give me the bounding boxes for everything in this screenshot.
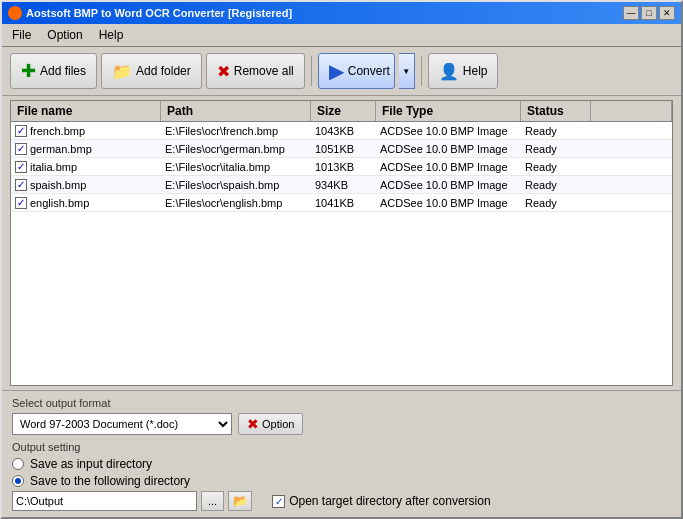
row-checkbox-0[interactable]: ✓ [15,125,27,137]
file-list-header: File name Path Size File Type Status [11,101,672,122]
cell-name-0: ✓ french.bmp [11,124,161,138]
browse-button[interactable]: ... [201,491,224,511]
file-list-container: File name Path Size File Type Status ✓ f… [10,100,673,386]
format-row: Word 97-2003 Document (*.doc)Word 2007 D… [12,413,671,435]
cell-status-0: Ready [521,124,591,138]
open-folder-button[interactable]: 📂 [228,491,252,511]
output-format-label: Select output format [12,397,671,409]
cell-path-3: E:\Files\ocr\spaish.bmp [161,178,311,192]
save-to-dir-radio[interactable] [12,475,24,487]
cell-status-2: Ready [521,160,591,174]
toolbar-separator-2 [421,56,422,86]
remove-all-label: Remove all [234,64,294,78]
save-as-input-row: Save as input directory [12,457,671,471]
option-label: Option [262,418,294,430]
add-files-button[interactable]: ✚ Add files [10,53,97,89]
add-folder-icon: 📁 [112,62,132,81]
toolbar-separator [311,56,312,86]
cell-type-0: ACDSee 10.0 BMP Image [376,124,521,138]
save-as-input-label: Save as input directory [30,457,152,471]
help-label: Help [463,64,488,78]
save-to-dir-label: Save to the following directory [30,474,190,488]
convert-dropdown-button[interactable]: ▼ [399,53,415,89]
cell-path-0: E:\Files\ocr\french.bmp [161,124,311,138]
file-list-body: ✓ french.bmp E:\Files\ocr\french.bmp 104… [11,122,672,385]
cell-extra-4 [591,202,672,204]
row-checkbox-4[interactable]: ✓ [15,197,27,209]
header-filetype: File Type [376,101,521,121]
table-row[interactable]: ✓ italia.bmp E:\Files\ocr\italia.bmp 101… [11,158,672,176]
toolbar: ✚ Add files 📁 Add folder ✖ Remove all ▶ … [2,47,681,96]
window-title: Aostsoft BMP to Word OCR Converter [Regi… [26,7,292,19]
format-select[interactable]: Word 97-2003 Document (*.doc)Word 2007 D… [12,413,232,435]
header-extra [591,101,672,121]
open-after-checkbox[interactable]: ✓ [272,495,285,508]
table-row[interactable]: ✓ german.bmp E:\Files\ocr\german.bmp 105… [11,140,672,158]
format-select-wrapper: Word 97-2003 Document (*.doc)Word 2007 D… [12,413,232,435]
cell-extra-2 [591,166,672,168]
cell-size-2: 1013KB [311,160,376,174]
add-files-icon: ✚ [21,60,36,82]
cell-path-1: E:\Files\ocr\german.bmp [161,142,311,156]
table-row[interactable]: ✓ english.bmp E:\Files\ocr\english.bmp 1… [11,194,672,212]
save-as-input-radio[interactable] [12,458,24,470]
maximize-button[interactable]: □ [641,6,657,20]
save-to-dir-row: Save to the following directory [12,474,671,488]
menu-file[interactable]: File [6,26,37,44]
convert-button[interactable]: ▶ Convert [318,53,395,89]
cell-size-3: 934KB [311,178,376,192]
cell-name-4: ✓ english.bmp [11,196,161,210]
close-button[interactable]: ✕ [659,6,675,20]
header-path: Path [161,101,311,121]
remove-all-button[interactable]: ✖ Remove all [206,53,305,89]
cell-status-4: Ready [521,196,591,210]
row-checkbox-3[interactable]: ✓ [15,179,27,191]
table-row[interactable]: ✓ french.bmp E:\Files\ocr\french.bmp 104… [11,122,672,140]
output-setting-section: Output setting Save as input directory S… [12,441,671,511]
row-checkbox-2[interactable]: ✓ [15,161,27,173]
cell-name-1: ✓ german.bmp [11,142,161,156]
cell-path-4: E:\Files\ocr\english.bmp [161,196,311,210]
cell-status-1: Ready [521,142,591,156]
cell-type-4: ACDSee 10.0 BMP Image [376,196,521,210]
title-bar-left: Aostsoft BMP to Word OCR Converter [Regi… [8,6,292,20]
help-icon: 👤 [439,62,459,81]
title-buttons: — □ ✕ [623,6,675,20]
menu-bar: File Option Help [2,24,681,47]
cell-name-2: ✓ italia.bmp [11,160,161,174]
option-icon: ✖ [247,416,259,432]
cell-size-0: 1043KB [311,124,376,138]
menu-option[interactable]: Option [41,26,88,44]
add-files-label: Add files [40,64,86,78]
header-status: Status [521,101,591,121]
directory-input[interactable] [12,491,197,511]
cell-path-2: E:\Files\ocr\italia.bmp [161,160,311,174]
cell-extra-3 [591,184,672,186]
header-size: Size [311,101,376,121]
bottom-panel: Select output format Word 97-2003 Docume… [2,390,681,517]
folder-icon: 📂 [233,494,248,508]
remove-all-icon: ✖ [217,62,230,81]
cell-type-2: ACDSee 10.0 BMP Image [376,160,521,174]
table-row[interactable]: ✓ spaish.bmp E:\Files\ocr\spaish.bmp 934… [11,176,672,194]
convert-label: Convert [348,64,390,78]
cell-extra-0 [591,130,672,132]
header-filename: File name [11,101,161,121]
cell-extra-1 [591,148,672,150]
cell-type-3: ACDSee 10.0 BMP Image [376,178,521,192]
directory-row: ... 📂 ✓ Open target directory after conv… [12,491,671,511]
output-setting-label: Output setting [12,441,671,453]
title-bar: Aostsoft BMP to Word OCR Converter [Regi… [2,2,681,24]
option-button[interactable]: ✖ Option [238,413,303,435]
add-folder-button[interactable]: 📁 Add folder [101,53,202,89]
cell-size-1: 1051KB [311,142,376,156]
help-button[interactable]: 👤 Help [428,53,499,89]
app-icon [8,6,22,20]
minimize-button[interactable]: — [623,6,639,20]
row-checkbox-1[interactable]: ✓ [15,143,27,155]
open-after-row: ✓ Open target directory after conversion [272,494,490,508]
cell-name-3: ✓ spaish.bmp [11,178,161,192]
add-folder-label: Add folder [136,64,191,78]
menu-help[interactable]: Help [93,26,130,44]
cell-status-3: Ready [521,178,591,192]
